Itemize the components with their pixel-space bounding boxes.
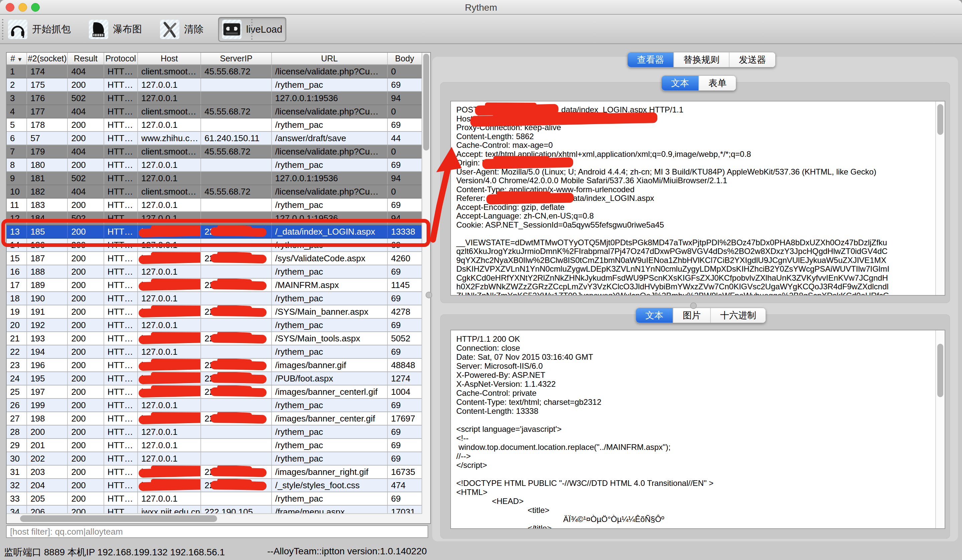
table-cell: 404: [68, 185, 103, 198]
table-cell: jwxx.njit.edu…: [137, 278, 201, 292]
table-row[interactable]: 22194200HTT…127.0.0.1/rythem_pac69: [7, 345, 422, 359]
tab-十六进制[interactable]: 十六进制: [710, 308, 766, 323]
table-cell: [201, 439, 271, 452]
table-cell: HTT…: [104, 78, 137, 92]
scrollbar-thumb[interactable]: [937, 344, 943, 397]
table-row[interactable]: 21193200HTT…jwxx.njit.edu…222.190.105…./…: [7, 332, 422, 345]
tab-表单[interactable]: 表单: [699, 76, 736, 90]
table-cell: HTT…: [104, 385, 137, 399]
host-filter-input[interactable]: [6, 525, 428, 538]
request-scrollbar[interactable]: [935, 101, 944, 295]
table-row[interactable]: 34206200HTTjwxx.njit.edu.cn222.190.105/f…: [7, 505, 422, 514]
table-row[interactable]: 17189200HTT…jwxx.njit.edu…222.190.105…./…: [7, 278, 422, 292]
column-header[interactable]: Host: [137, 53, 201, 65]
table-row[interactable]: 4177404HTT…client.smoot…45.55.68.72/lice…: [7, 105, 422, 118]
table-row[interactable]: 30202200HTT…127.0.0.1/rythem_pac69: [7, 452, 422, 465]
table-cell: jwxx.njit.edu.cn: [137, 505, 201, 514]
table-cell: 200: [68, 332, 103, 345]
table-cell: 127.0.0.1: [137, 265, 201, 278]
column-header[interactable]: Result: [68, 53, 103, 65]
table-cell: 198: [27, 412, 68, 425]
toolbar-button-开始抓包[interactable]: 开始抓包: [5, 18, 74, 41]
toolbar-buttons: 开始抓包瀑布图清除liveLoad: [5, 17, 286, 42]
table-cell: 0: [387, 105, 422, 118]
table-row[interactable]: 19191200HTT…jwxx.njit.edu…222.190.105…./…: [7, 305, 422, 319]
scrollbar-thumb[interactable]: [423, 54, 429, 151]
request-text-pane[interactable]: POST http://jwxx.njit.edu.cn/_data/index…: [450, 101, 945, 296]
table-row[interactable]: 33205200HTT…127.0.0.1/rythem_pac69: [7, 492, 422, 505]
table-cell: [201, 425, 271, 439]
table-cell: 189: [27, 278, 68, 292]
table-vertical-scrollbar[interactable]: [421, 53, 430, 523]
table-cell: 9: [7, 172, 27, 185]
table-cell: 186: [27, 238, 68, 252]
table-row[interactable]: 7179404HTT…client.smoot…45.55.68.72/lice…: [7, 145, 422, 158]
table-cell: 222.190.105: [201, 505, 271, 514]
table-row[interactable]: 3176502HTT…127.0.0.1127.0.0.1:1953694: [7, 92, 422, 105]
table-row[interactable]: 31203200HTT…jwxx.njit.edu.cn222.190.105……: [7, 465, 422, 479]
table-row[interactable]: 11183200HTT…127.0.0.1/rythem_pac69: [7, 198, 422, 212]
column-header[interactable]: Body: [387, 53, 422, 65]
table-cell: 4: [7, 105, 27, 118]
table-row[interactable]: 20192200HTT…127.0.0.1/rythem_pac69: [7, 319, 422, 332]
table-cell: 200: [68, 452, 103, 465]
table-row[interactable]: 27198200HTT…jwxx.njit.edu…222.190.105…./…: [7, 412, 422, 425]
panel-splitter-handle[interactable]: [426, 292, 432, 298]
table-cell: 17: [7, 278, 27, 292]
table-row[interactable]: 23196200HTT…jwxx.njit.edu.cn222.190.105……: [7, 359, 422, 372]
table-row[interactable]: 13185200HTT…jwxx.njit.edu…222.190.105…./…: [7, 225, 422, 238]
toolbar-button-清除[interactable]: 清除: [157, 18, 207, 41]
table-row[interactable]: 14186200HTT…127.0.0.1/rythem_pac69: [7, 238, 422, 252]
table-cell: jwxx.njit.edu…: [137, 479, 201, 492]
table-cell: /license/validate.php?Cu…: [271, 185, 387, 198]
annotation-redaction-marker: [139, 227, 201, 237]
table-cell: 69: [387, 238, 422, 252]
column-header[interactable]: #2(socket): [27, 53, 68, 65]
table-row[interactable]: 32204200HTT…jwxx.njit.edu…222.190.105…./…: [7, 479, 422, 492]
column-header[interactable]: Protocol: [104, 53, 137, 65]
table-row[interactable]: 28200200HTT…127.0.0.1/rythem_pac69: [7, 425, 422, 439]
table-row[interactable]: 1174404HTT…client.smoot…45.55.68.72/lice…: [7, 65, 422, 78]
table-row[interactable]: 24195200HTT…jwxx.njit.edu…222.190.105…./…: [7, 372, 422, 385]
tab-文本[interactable]: 文本: [636, 308, 673, 323]
table-horizontal-scrollbar[interactable]: [7, 513, 422, 523]
table-row[interactable]: 9181502HTT…127.0.0.1127.0.0.1:1953694: [7, 172, 422, 185]
table-row[interactable]: 10182404HTT…client.smoot…45.55.68.72/lic…: [7, 185, 422, 198]
table-row[interactable]: 16188200HTT…127.0.0.1/rythem_pac69: [7, 265, 422, 278]
table-row[interactable]: 12184502HTT…127.0.0.1127.0.0.1:1953694: [7, 212, 422, 225]
response-text-pane[interactable]: HTTP/1.1 200 OK Connection: close Date: …: [450, 330, 945, 529]
table-row[interactable]: 8180200HTT…127.0.0.1/rythem_pac69: [7, 158, 422, 172]
table-cell: 200: [68, 158, 103, 172]
table-cell: 201: [27, 439, 68, 452]
tab-图片[interactable]: 图片: [673, 308, 710, 323]
tab-发送器[interactable]: 发送器: [729, 52, 775, 67]
scrollbar-thumb[interactable]: [20, 515, 217, 522]
tab-查看器[interactable]: 查看器: [628, 52, 673, 67]
column-header[interactable]: ServerIP: [201, 53, 271, 65]
table-cell: 474: [387, 479, 422, 492]
table-row[interactable]: 15187200HTT…jwxx.njit.edu…222.190.105…./…: [7, 252, 422, 265]
table-row[interactable]: 25197200HTT…jwxx.njit.edu…222.190.105…./…: [7, 385, 422, 399]
table-row[interactable]: 2175200HTT…127.0.0.1/rythem_pac69: [7, 78, 422, 92]
table-cell: 11: [7, 198, 27, 212]
table-cell: 200: [68, 439, 103, 452]
splitter-handle[interactable]: [690, 303, 697, 309]
table-cell: 0: [387, 185, 422, 198]
table-cell: 3: [7, 92, 27, 105]
scrollbar-thumb[interactable]: [937, 104, 943, 135]
table-row[interactable]: 657200HTT…www.zhihu.c…61.240.150.11/answ…: [7, 132, 422, 145]
table-cell: [201, 172, 271, 185]
table-row[interactable]: 26199200HTT…127.0.0.1/rythem_pac69: [7, 399, 422, 412]
column-header[interactable]: URL: [271, 53, 387, 65]
table-row[interactable]: 5178200HTT…127.0.0.1/rythem_pac69: [7, 118, 422, 132]
response-scrollbar[interactable]: [935, 330, 944, 528]
tab-文本[interactable]: 文本: [662, 76, 699, 90]
table-cell: 185: [27, 225, 68, 238]
table-cell: /images/banner.gif: [271, 359, 387, 372]
tab-替换规则[interactable]: 替换规则: [673, 52, 729, 67]
column-header[interactable]: #▼: [7, 53, 27, 65]
toolbar-button-瀑布图[interactable]: 瀑布图: [86, 18, 145, 41]
table-cell: HTT: [104, 505, 137, 514]
table-row[interactable]: 29201200HTT…127.0.0.1/rythem_pac69: [7, 439, 422, 452]
table-row[interactable]: 18190200HTT…127.0.0.1/rythem_pac69: [7, 292, 422, 305]
